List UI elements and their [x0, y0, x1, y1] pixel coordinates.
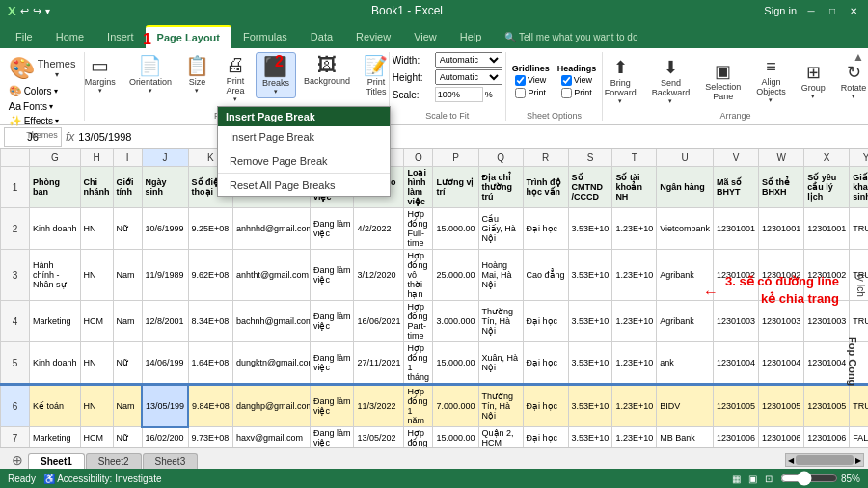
col-X[interactable]: X: [804, 149, 850, 167]
scale-input[interactable]: [435, 87, 483, 102]
cell-R1[interactable]: Trình độ học vấn: [523, 167, 568, 208]
col-T[interactable]: T: [612, 149, 657, 167]
cell-R4[interactable]: Đại học: [523, 301, 568, 342]
cell-X6[interactable]: 12301005: [804, 385, 850, 427]
cell-P4[interactable]: 3.000.000: [433, 301, 478, 342]
cell-R6[interactable]: Đại học: [523, 385, 568, 427]
group-button[interactable]: ⊞ Group ▾: [796, 60, 831, 102]
cell-H4[interactable]: HCM: [80, 301, 113, 342]
cell-U6[interactable]: BIDV: [657, 385, 714, 427]
col-H[interactable]: H: [80, 149, 113, 167]
cell-L3[interactable]: anhtht@gmail.com: [232, 250, 310, 301]
zoom-slider[interactable]: [780, 474, 838, 483]
cell-W4[interactable]: 12301003: [759, 301, 804, 342]
cell-J7[interactable]: 16/02/200: [142, 427, 188, 448]
size-button[interactable]: 📋 Size ▾: [179, 52, 215, 96]
cell-R5[interactable]: Đại học: [523, 342, 568, 385]
cell-X4[interactable]: 12301003: [804, 301, 850, 342]
cell-S2[interactable]: 3.53E+10: [568, 208, 612, 250]
cell-Q4[interactable]: Thường Tín, Hà Nội: [478, 301, 523, 342]
page-break-view-icon[interactable]: ⊡: [765, 474, 773, 484]
cell-G5[interactable]: Kinh doanh: [30, 342, 81, 385]
cell-O7[interactable]: Hợp đồng: [404, 427, 433, 448]
headings-view-checkbox[interactable]: [561, 75, 572, 86]
cell-K3[interactable]: 9.62E+08: [188, 250, 232, 301]
cell-H3[interactable]: HN: [80, 250, 113, 301]
cell-V3[interactable]: 12301002: [714, 250, 759, 301]
themes-button[interactable]: 🎨 Themes ▾: [5, 54, 80, 83]
cell-T1[interactable]: Số tài khoản NH: [612, 167, 657, 208]
cell-H7[interactable]: HCM: [80, 427, 113, 448]
cell-I5[interactable]: Nữ: [113, 342, 142, 385]
cell-O6[interactable]: Hợp đồng 1 năm: [404, 385, 433, 427]
cell-T6[interactable]: 1.23E+10: [612, 385, 657, 427]
cell-I7[interactable]: Nữ: [113, 427, 142, 448]
cell-U4[interactable]: Agribank: [657, 301, 714, 342]
cell-U2[interactable]: Vietcombank: [657, 208, 714, 250]
cell-O1[interactable]: Loại hình làm việc: [404, 167, 433, 208]
cell-H5[interactable]: HN: [80, 342, 113, 385]
cell-I6[interactable]: Nam: [113, 385, 142, 427]
cell-W6[interactable]: 12301005: [759, 385, 804, 427]
cell-Q3[interactable]: Hoàng Mai, Hà Nội: [478, 250, 523, 301]
cell-Y5[interactable]: [850, 342, 868, 385]
cell-P1[interactable]: Lương vị trí: [433, 167, 478, 208]
remove-page-break-item[interactable]: Remove Page Break: [218, 150, 390, 172]
tab-page-layout[interactable]: Page Layout: [146, 25, 231, 48]
cell-V4[interactable]: 12301003: [714, 301, 759, 342]
insert-page-break-item[interactable]: Insert Page Break: [218, 126, 390, 148]
tab-file[interactable]: File: [4, 25, 44, 48]
cell-S6[interactable]: 3.53E+10: [568, 385, 612, 427]
cell-S5[interactable]: 3.53E+10: [568, 342, 612, 385]
gridlines-print-checkbox[interactable]: [515, 88, 526, 98]
sign-in-button[interactable]: Sign in: [764, 5, 797, 16]
cell-P3[interactable]: 25.000.00: [433, 250, 478, 301]
cell-Y7[interactable]: FALSE: [850, 427, 868, 448]
cell-W2[interactable]: 12301001: [759, 208, 804, 250]
print-area-button[interactable]: 🖨 PrintArea ▾: [217, 52, 254, 105]
cell-T3[interactable]: 1.23E+10: [612, 250, 657, 301]
undo-icon[interactable]: ↩: [20, 5, 29, 17]
scroll-thumb[interactable]: [796, 455, 854, 465]
cell-S7[interactable]: 3.53E+10: [568, 427, 612, 448]
cell-G1[interactable]: Phòng ban: [30, 167, 81, 208]
cell-X5[interactable]: 12301004: [804, 342, 850, 385]
spreadsheet-area[interactable]: G H I J K L M N O P Q R S T U V W: [0, 149, 868, 447]
col-R[interactable]: R: [523, 149, 568, 167]
cell-L2[interactable]: anhnhd@gmail.com: [232, 208, 310, 250]
cell-N2[interactable]: 4/2/2022: [354, 208, 404, 250]
cell-L6[interactable]: danghp@gmail.com: [232, 385, 310, 427]
tab-home[interactable]: Home: [44, 25, 95, 48]
bring-forward-button[interactable]: ⬆ BringForward ▾: [599, 55, 642, 107]
page-layout-view-icon[interactable]: ▣: [748, 474, 757, 484]
cell-V1[interactable]: Mã số BHYT: [714, 167, 759, 208]
cell-N3[interactable]: 3/12/2020: [354, 250, 404, 301]
selection-pane-button[interactable]: ▣ SelectionPane: [699, 59, 746, 103]
cell-W3[interactable]: 12301002: [759, 250, 804, 301]
col-G[interactable]: G: [30, 149, 81, 167]
cell-K2[interactable]: 9.25E+08: [188, 208, 232, 250]
cell-I3[interactable]: Nam: [113, 250, 142, 301]
cell-J5[interactable]: 14/06/199: [142, 342, 188, 385]
cell-S3[interactable]: 3.53E+10: [568, 250, 612, 301]
rotate-button[interactable]: ↻ Rotate ▾: [835, 60, 868, 102]
redo-icon[interactable]: ↪: [33, 5, 41, 17]
col-O[interactable]: O: [404, 149, 433, 167]
cell-N7[interactable]: 13/05/202: [354, 427, 404, 448]
tab-view[interactable]: View: [402, 25, 448, 48]
cell-T5[interactable]: 1.23E+10: [612, 342, 657, 385]
send-backward-button[interactable]: ⬇ SendBackward ▾: [646, 55, 696, 107]
collapse-ribbon-button[interactable]: ▲: [853, 50, 864, 64]
cell-N4[interactable]: 16/06/2021: [354, 301, 404, 342]
cell-G4[interactable]: Marketing: [30, 301, 81, 342]
cell-H6[interactable]: HN: [80, 385, 113, 427]
cell-M7[interactable]: Đang làm việc: [310, 427, 354, 448]
col-J[interactable]: J: [142, 149, 188, 167]
fonts-button[interactable]: Aa Fonts ▾: [5, 99, 57, 113]
maximize-button[interactable]: □: [826, 4, 839, 17]
cell-U7[interactable]: MB Bank: [657, 427, 714, 448]
cell-X2[interactable]: 12301001: [804, 208, 850, 250]
cell-R7[interactable]: Đại học: [523, 427, 568, 448]
cell-H2[interactable]: HN: [80, 208, 113, 250]
cell-P6[interactable]: 7.000.000: [433, 385, 478, 427]
